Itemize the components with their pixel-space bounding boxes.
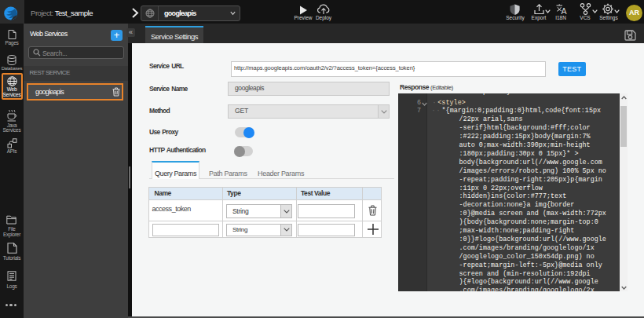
svg-text:A: A (562, 6, 567, 15)
